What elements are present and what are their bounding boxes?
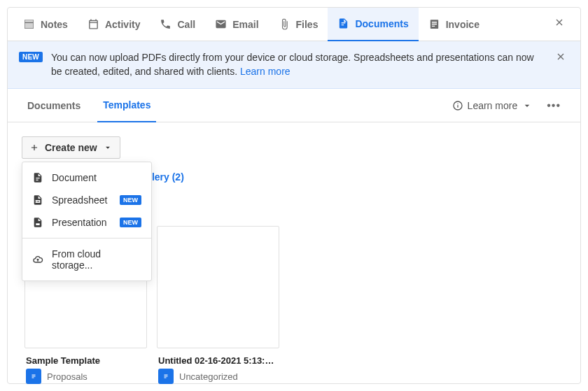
document-icon [337, 17, 349, 29]
tab-label: Notes [41, 19, 68, 30]
template-meta: Uncategorized [158, 369, 278, 384]
tab-email[interactable]: Email [205, 8, 268, 41]
cloud-upload-icon [32, 254, 43, 265]
phone-icon [160, 18, 172, 30]
email-icon [215, 18, 227, 30]
tab-label: Documents [355, 18, 408, 29]
learn-more-button[interactable]: Learn more [447, 100, 539, 111]
tab-label: Activity [105, 19, 141, 30]
subtab-documents[interactable]: Documents [22, 89, 86, 122]
close-icon [554, 17, 565, 28]
calendar-icon [88, 18, 99, 30]
dropdown-label: Presentation [52, 217, 111, 228]
create-new-button[interactable]: Create new [22, 136, 120, 159]
banner-close-button[interactable] [552, 51, 569, 66]
tab-label: Call [177, 19, 195, 30]
info-icon [452, 100, 463, 111]
dropdown-item-document[interactable]: Document [22, 166, 151, 189]
tab-call[interactable]: Call [150, 8, 205, 41]
chevron-down-icon [522, 100, 533, 111]
template-category: Uncategorized [179, 371, 238, 382]
tab-invoice[interactable]: Invoice [419, 8, 489, 41]
template-gallery-link[interactable]: llery (2) [149, 171, 184, 183]
attachment-icon [279, 18, 290, 30]
document-icon [29, 372, 38, 381]
template-meta: Proposals [26, 369, 146, 384]
invoice-icon [428, 18, 440, 30]
create-new-label: Create new [45, 142, 97, 153]
new-badge: NEW [120, 195, 141, 205]
template-title: Untitled 02-16-2021 5:13:… [158, 355, 278, 366]
document-icon [162, 372, 170, 381]
dropdown-item-spreadsheet[interactable]: Spreadsheet NEW [22, 189, 151, 211]
notes-icon [23, 18, 35, 30]
dropdown-item-presentation[interactable]: Presentation NEW [22, 211, 151, 234]
template-category: Proposals [47, 371, 88, 382]
document-icon [32, 172, 43, 183]
tab-notes[interactable]: Notes [13, 8, 78, 41]
tabs-close-button[interactable] [544, 17, 575, 31]
create-new-dropdown: Document Spreadsheet NEW Presentation NE… [22, 162, 152, 281]
learn-more-label: Learn more [468, 100, 518, 111]
dropdown-label: From cloud storage... [52, 248, 141, 271]
tab-label: Email [232, 19, 258, 30]
chevron-down-icon [103, 143, 113, 152]
document-type-chip [158, 369, 174, 384]
document-type-chip [26, 369, 41, 384]
banner-message: You can now upload PDFs directly from yo… [51, 52, 534, 77]
tab-documents[interactable]: Documents [328, 8, 418, 41]
template-thumbnail [157, 226, 279, 348]
tab-files[interactable]: Files [269, 8, 328, 41]
content-area: Create new Document Spreadsheet NEW Pres… [8, 122, 580, 391]
close-icon [555, 51, 566, 62]
more-options-button[interactable]: ••• [541, 99, 566, 112]
info-banner: NEW You can now upload PDFs directly fro… [8, 41, 580, 89]
dropdown-item-cloud-storage[interactable]: From cloud storage... [22, 243, 151, 276]
sub-tabs-row: Documents Templates Learn more ••• [8, 89, 580, 122]
banner-learn-more-link[interactable]: Learn more [240, 66, 290, 77]
svg-point-2 [457, 103, 458, 104]
template-card[interactable]: Untitled 02-16-2021 5:13:… Uncategorized [157, 226, 279, 384]
dropdown-separator [22, 238, 151, 239]
dropdown-label: Document [52, 172, 141, 183]
plus-icon [29, 143, 39, 152]
banner-text: You can now upload PDFs directly from yo… [51, 51, 544, 78]
tab-label: Invoice [446, 19, 479, 30]
presentation-icon [32, 217, 43, 228]
spreadsheet-icon [32, 194, 43, 206]
template-title: Sample Template [26, 355, 146, 366]
tab-activity[interactable]: Activity [78, 8, 150, 41]
new-badge: NEW [19, 52, 43, 62]
new-badge: NEW [120, 218, 141, 227]
subtab-templates[interactable]: Templates [97, 89, 156, 122]
dropdown-label: Spreadsheet [52, 194, 111, 206]
tab-label: Files [296, 19, 318, 30]
main-tabs: Notes Activity Call Email Files Document… [8, 8, 580, 41]
